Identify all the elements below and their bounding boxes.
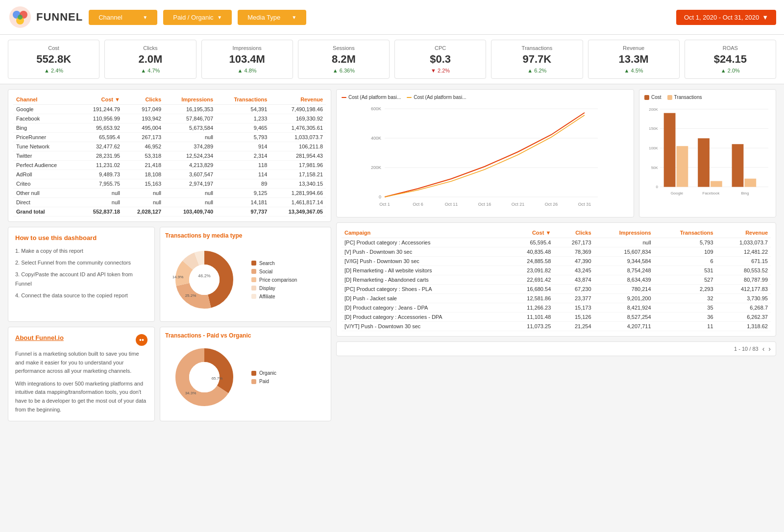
prev-page-button[interactable]: ‹ bbox=[762, 345, 765, 353]
table-row: Tune Network32,477.6246,952374,289914106… bbox=[13, 142, 326, 151]
col-camp-transactions[interactable]: Transactions bbox=[654, 228, 716, 238]
svg-rect-44 bbox=[664, 113, 676, 187]
grand-total-row: Grand total552,837.182,028,127103,409,74… bbox=[13, 207, 326, 217]
date-range-button[interactable]: Oct 1, 2020 - Oct 31, 2020 ▼ bbox=[676, 10, 776, 25]
channel-filter-button[interactable]: Channel ▼ bbox=[89, 10, 157, 25]
chevron-down-icon: ▼ bbox=[143, 15, 147, 20]
svg-point-4 bbox=[18, 15, 23, 20]
kpi-cpc-change: 2.2% bbox=[402, 68, 479, 73]
svg-rect-49 bbox=[744, 179, 756, 187]
main-content: Channel Cost ▼ Clicks Impressions Transa… bbox=[0, 84, 784, 426]
svg-rect-46 bbox=[698, 138, 710, 187]
col-revenue[interactable]: Revenue bbox=[270, 95, 326, 105]
table-row: [D] Remarketing - Abandoned carts22,691.… bbox=[342, 275, 771, 285]
campaign-section: Campaign Cost ▼ Clicks Impressions Trans… bbox=[336, 222, 776, 337]
svg-text:34.3%: 34.3% bbox=[185, 391, 196, 395]
charts-top: Cost (Ad platform basi... Cost (Ad platf… bbox=[336, 89, 776, 218]
donut-legend-media: Search Social Price comparison Disp bbox=[251, 261, 297, 299]
col-cost[interactable]: Cost ▼ bbox=[77, 95, 123, 105]
kpi-transactions: Transactions 97.7K 6.2% bbox=[491, 40, 583, 79]
legend-paid: Paid bbox=[251, 379, 276, 384]
logo-text: FUNNEL bbox=[36, 11, 83, 24]
kpi-roas: ROAS $24.15 2.0% bbox=[685, 40, 776, 79]
legend-cost2: Cost (Ad platform basi... bbox=[407, 95, 466, 100]
kpi-row: Cost 552.8K 2.4% Clicks 2.0M 4.7% Impres… bbox=[0, 35, 784, 84]
pagination: 1 - 10 / 83 ‹ › bbox=[336, 341, 776, 356]
kpi-sessions-change: 6.36% bbox=[305, 68, 382, 73]
paid-donut-wrapper: 34.3% 65.7% Organic Paid bbox=[165, 343, 326, 411]
col-camp-revenue[interactable]: Revenue bbox=[716, 228, 771, 238]
bottom-lower-section: About Funnel.io •• Funnel is a marketing… bbox=[8, 327, 331, 421]
table-row: Bing95,653.92495,0045,673,5849,4651,476,… bbox=[13, 123, 326, 133]
table-row: Google191,244.79917,04916,195,35354,3917… bbox=[13, 105, 326, 114]
legend-price-comparison: Price comparison bbox=[251, 277, 297, 283]
svg-text:0: 0 bbox=[656, 185, 658, 190]
logo-icon bbox=[8, 5, 32, 29]
line-chart-legend: Cost (Ad platform basi... Cost (Ad platf… bbox=[342, 95, 629, 100]
kpi-cost: Cost 552.8K 2.4% bbox=[8, 40, 99, 79]
svg-text:46.2%: 46.2% bbox=[198, 273, 211, 278]
svg-text:Oct 31: Oct 31 bbox=[578, 202, 591, 207]
how-to-title: How to use this dashboard bbox=[15, 234, 147, 242]
line-chart-svg: 600K 400K 200K 0 Oct 1 Oct 6 O bbox=[342, 103, 629, 211]
col-camp-impressions[interactable]: Impressions bbox=[594, 228, 654, 238]
table-row: Criteo7,955.7515,1632,974,1978913,340.15 bbox=[13, 179, 326, 189]
svg-text:150K: 150K bbox=[649, 126, 658, 131]
svg-text:Facebook: Facebook bbox=[703, 191, 720, 195]
kpi-impressions-change: 4.8% bbox=[209, 68, 286, 73]
how-to-step: 2. Select Funnel from the community conn… bbox=[15, 258, 147, 268]
table-row: [V] Push - Downtown 30 sec40,835.4878,36… bbox=[342, 247, 771, 257]
about-icon[interactable]: •• bbox=[136, 334, 147, 346]
col-transactions[interactable]: Transactions bbox=[216, 95, 270, 105]
table-row: [D] Product category : Accessories - DPA… bbox=[342, 313, 771, 322]
svg-text:600K: 600K bbox=[371, 106, 381, 111]
legend-bar-transactions: Transactions bbox=[667, 95, 702, 100]
svg-text:Oct 11: Oct 11 bbox=[445, 202, 458, 207]
col-camp-clicks[interactable]: Clicks bbox=[554, 228, 594, 238]
donut-chart-paid: 34.3% 65.7% bbox=[165, 343, 244, 411]
channel-table: Channel Cost ▼ Clicks Impressions Transa… bbox=[13, 95, 326, 217]
how-to-step: 1. Make a copy of this report bbox=[15, 246, 147, 256]
media-type-filter-button[interactable]: Media Type ▼ bbox=[238, 10, 306, 25]
kpi-clicks-value: 2.0M bbox=[112, 53, 189, 66]
how-to-step: 3. Copy/Paste the account ID and API tok… bbox=[15, 270, 147, 290]
col-camp-cost[interactable]: Cost ▼ bbox=[506, 228, 554, 238]
table-row: PriceRunner65,595.4267,173null5,7931,033… bbox=[13, 133, 326, 142]
about-text2: With integrations to over 500 marketing … bbox=[15, 380, 147, 414]
svg-text:0: 0 bbox=[379, 194, 381, 199]
table-row: Other nullnullnullnull9,1251,281,994.66 bbox=[13, 189, 326, 198]
kpi-impressions-label: Impressions bbox=[209, 45, 286, 51]
kpi-cost-label: Cost bbox=[15, 45, 92, 51]
paid-organic-filter-button[interactable]: Paid / Organic ▼ bbox=[163, 10, 232, 25]
kpi-revenue-change: 4.5% bbox=[595, 68, 672, 73]
header: FUNNEL Channel ▼ Paid / Organic ▼ Media … bbox=[0, 0, 784, 35]
next-page-button[interactable]: › bbox=[768, 345, 771, 353]
chevron-down-icon: ▼ bbox=[217, 15, 222, 20]
about-title[interactable]: About Funnel.io bbox=[15, 334, 64, 341]
table-row: Directnullnullnull14,1811,461,817.14 bbox=[13, 198, 326, 207]
table-row: [D] Remarketing - All website visitors23… bbox=[342, 266, 771, 275]
col-impressions[interactable]: Impressions bbox=[164, 95, 216, 105]
col-channel[interactable]: Channel bbox=[13, 95, 77, 105]
svg-point-10 bbox=[189, 265, 220, 295]
col-campaign[interactable]: Campaign bbox=[342, 228, 506, 238]
table-row: Perfect Audience11,231.0221,4184,213,829… bbox=[13, 161, 326, 170]
svg-text:200K: 200K bbox=[649, 107, 658, 112]
kpi-clicks-label: Clicks bbox=[112, 45, 189, 51]
legend-search: Search bbox=[251, 261, 297, 266]
bar-chart-legend: Cost Transactions bbox=[644, 95, 771, 100]
kpi-revenue-value: 13.3M bbox=[595, 53, 672, 66]
kpi-cpc: CPC $0.3 2.2% bbox=[394, 40, 486, 79]
how-to-step: 4. Connect the data source to the copied… bbox=[15, 291, 147, 301]
logo: FUNNEL bbox=[8, 5, 83, 29]
transactions-paid-card: Transactions - Paid vs Organic 34.3% 65.… bbox=[160, 327, 331, 421]
donut-chart-media: 46.2% 25.2% 14.9% bbox=[165, 243, 244, 316]
col-clicks[interactable]: Clicks bbox=[123, 95, 164, 105]
kpi-cost-change: 2.4% bbox=[15, 68, 92, 73]
svg-text:400K: 400K bbox=[371, 136, 381, 141]
svg-text:14.9%: 14.9% bbox=[172, 275, 184, 279]
kpi-cpc-value: $0.3 bbox=[402, 53, 479, 66]
legend-affiliate: Affiliate bbox=[251, 294, 297, 299]
legend-bar-cost: Cost bbox=[644, 95, 662, 100]
svg-text:100K: 100K bbox=[649, 146, 658, 150]
